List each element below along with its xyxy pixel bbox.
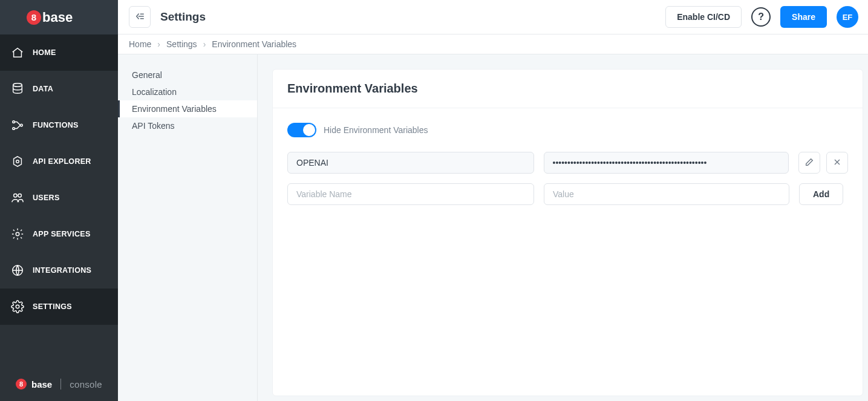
sidebar-item-label: INTEGRATIONS	[33, 266, 91, 275]
env-var-name-input[interactable]	[287, 152, 534, 174]
sidebar-item-label: USERS	[33, 194, 60, 202]
edit-env-var-button[interactable]	[798, 152, 820, 174]
logo-badge-icon: 8	[27, 10, 41, 25]
topbar: Settings Enable CI/CD ? Share EF	[118, 0, 868, 34]
sidebar-item-home[interactable]: HOME	[0, 34, 118, 71]
svg-point-7	[18, 194, 21, 198]
help-button[interactable]: ?	[751, 7, 771, 27]
svg-point-10	[16, 305, 19, 308]
hide-env-vars-toggle[interactable]	[287, 123, 316, 137]
add-env-var-button[interactable]: Add	[799, 183, 843, 205]
menu-collapse-icon	[134, 11, 145, 24]
sidebar-item-label: FUNCTIONS	[33, 121, 79, 129]
footer-brand: base	[31, 379, 52, 390]
env-var-new-row: Add	[287, 183, 848, 205]
sidebar-footer: 8 base console	[0, 367, 118, 401]
main-sidebar: 8 base HOME DATA FUNCTIONS	[0, 0, 118, 401]
settings-tab-env-vars[interactable]: Environment Variables	[118, 100, 257, 117]
sidebar-item-label: APP SERVICES	[33, 230, 91, 238]
svg-point-5	[16, 160, 19, 163]
breadcrumb: Home › Settings › Environment Variables	[118, 34, 868, 54]
svg-marker-4	[14, 157, 22, 167]
close-icon	[832, 157, 842, 169]
logo[interactable]: 8 base	[0, 0, 118, 34]
main-nav: HOME DATA FUNCTIONS API EXPLORER	[0, 34, 118, 367]
enable-cicd-button[interactable]: Enable CI/CD	[665, 6, 742, 28]
page-title: Settings	[160, 10, 206, 24]
functions-icon	[11, 119, 24, 132]
sidebar-item-label: API EXPLORER	[33, 157, 91, 166]
sidebar-item-label: HOME	[33, 48, 56, 57]
settings-sidebar: General Localization Environment Variabl…	[118, 54, 258, 401]
divider-icon	[60, 379, 61, 390]
new-env-var-value-input[interactable]	[544, 183, 789, 205]
share-button[interactable]: Share	[780, 6, 827, 28]
users-icon	[11, 191, 24, 204]
settings-tab-localization[interactable]: Localization	[118, 83, 257, 100]
logo-text: base	[42, 10, 73, 25]
chevron-right-icon: ›	[203, 39, 206, 49]
question-icon: ?	[758, 11, 764, 22]
svg-point-2	[13, 128, 15, 130]
sidebar-item-functions[interactable]: FUNCTIONS	[0, 107, 118, 143]
settings-tab-general[interactable]: General	[118, 67, 257, 83]
sidebar-item-settings[interactable]: SETTINGS	[0, 289, 118, 325]
gear-icon	[11, 300, 24, 313]
sidebar-item-integrations[interactable]: INTEGRATIONS	[0, 252, 118, 289]
sidebar-item-data[interactable]: DATA	[0, 71, 118, 107]
env-var-row	[287, 152, 848, 174]
sidebar-item-api-explorer[interactable]: API EXPLORER	[0, 143, 118, 180]
chevron-right-icon: ›	[157, 39, 160, 49]
breadcrumb-settings[interactable]: Settings	[166, 39, 197, 49]
svg-point-3	[21, 124, 23, 126]
footer-logo-badge-icon: 8	[16, 379, 27, 390]
svg-point-0	[13, 83, 22, 87]
delete-env-var-button[interactable]	[826, 152, 848, 174]
new-env-var-name-input[interactable]	[287, 183, 534, 205]
panel-title: Environment Variables	[273, 70, 863, 108]
toggle-knob-icon	[303, 124, 315, 136]
sidebar-item-app-services[interactable]: APP SERVICES	[0, 216, 118, 252]
footer-console-label: console	[70, 379, 102, 390]
hide-env-vars-label: Hide Environment Variables	[324, 125, 428, 135]
sidebar-item-label: DATA	[33, 85, 53, 93]
home-icon	[11, 46, 24, 59]
svg-point-6	[14, 194, 17, 198]
breadcrumb-current: Environment Variables	[212, 39, 296, 49]
env-var-value-input[interactable]	[544, 152, 789, 174]
sidebar-item-label: SETTINGS	[33, 302, 72, 311]
database-icon	[11, 82, 24, 96]
breadcrumb-home[interactable]: Home	[129, 39, 151, 49]
app-services-icon	[11, 227, 24, 241]
api-explorer-icon	[11, 155, 24, 168]
collapse-sidebar-button[interactable]	[129, 6, 151, 28]
svg-point-8	[16, 232, 19, 236]
settings-tab-api-tokens[interactable]: API Tokens	[118, 117, 257, 134]
sidebar-item-users[interactable]: USERS	[0, 180, 118, 216]
avatar[interactable]: EF	[837, 6, 858, 28]
integrations-icon	[11, 264, 24, 277]
pencil-icon	[804, 157, 814, 169]
env-vars-panel: Environment Variables Hide Environment V…	[272, 69, 863, 396]
svg-point-1	[13, 121, 15, 123]
